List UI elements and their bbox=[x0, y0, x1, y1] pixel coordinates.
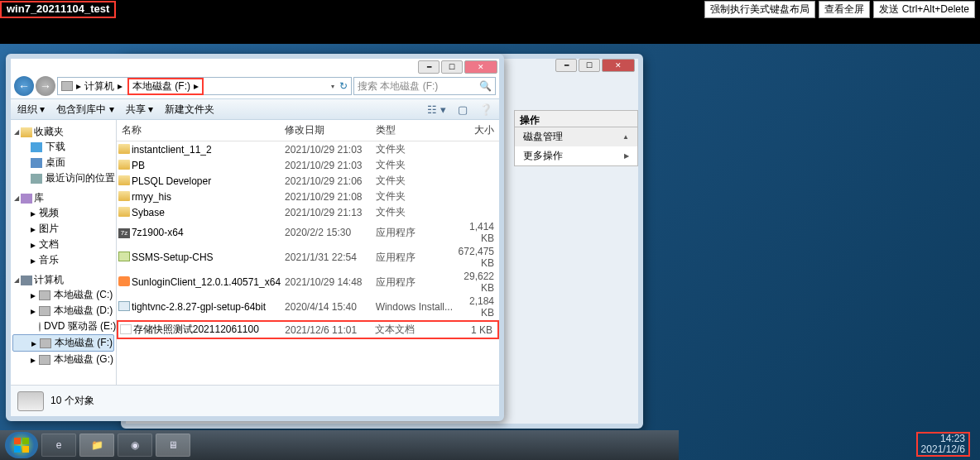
drive-large-icon bbox=[17, 391, 44, 411]
file-row[interactable]: 存储快照测试2021120611002021/12/6 11:01文本文档1 K… bbox=[117, 320, 499, 339]
drive-icon bbox=[61, 81, 73, 91]
file-name: 存储快照测试202112061100 bbox=[133, 323, 286, 337]
breadcrumb-drive[interactable]: 本地磁盘 (F:) bbox=[132, 79, 190, 93]
taskbar[interactable]: e 📁 ◉ 🖥 bbox=[0, 430, 679, 460]
breadcrumb-computer[interactable]: 计算机 bbox=[84, 79, 114, 93]
actions-disk-mgmt[interactable]: 磁盘管理▲ bbox=[515, 127, 637, 146]
close-button[interactable]: ✕ bbox=[464, 60, 497, 74]
sidebar-item-drive-c[interactable]: ▸ 本地磁盘 (C:) bbox=[11, 287, 116, 303]
file-type: 文件夹 bbox=[376, 189, 459, 204]
file-name: rmyy_his bbox=[132, 191, 285, 203]
preview-pane-icon[interactable]: ▢ bbox=[458, 103, 468, 116]
file-list-header[interactable]: 名称 修改日期 类型 大小 bbox=[117, 120, 499, 141]
file-row[interactable]: rmyy_his2021/10/29 21:08文件夹 bbox=[117, 189, 499, 204]
column-name[interactable]: 名称 bbox=[117, 123, 285, 137]
maximize-button[interactable]: ☐ bbox=[579, 59, 600, 72]
view-options-icon[interactable]: ☷ ▾ bbox=[427, 103, 446, 116]
sidebar-item-drive-d[interactable]: ▸ 本地磁盘 (D:) bbox=[11, 303, 116, 319]
sidebar-item-drive-f[interactable]: ▸ 本地磁盘 (F:) bbox=[12, 334, 114, 352]
sidebar-item-recent[interactable]: 最近访问的位置 bbox=[11, 170, 116, 186]
actions-more[interactable]: 更多操作▶ bbox=[515, 146, 637, 165]
drive-icon bbox=[40, 338, 51, 348]
dvd-icon bbox=[39, 322, 41, 332]
chevron-down-icon[interactable]: ▾ bbox=[331, 83, 334, 90]
viewer-top-bar: win7_20211104_test 强制执行美式键盘布局 查看全屏 发送 Ct… bbox=[0, 0, 980, 18]
sidebar-item-drive-g[interactable]: ▸ 本地磁盘 (G:) bbox=[11, 352, 116, 367]
search-box[interactable]: 搜索 本地磁盘 (F:) 🔍 bbox=[353, 77, 496, 95]
sidebar-item-music[interactable]: ▸ 音乐 bbox=[11, 252, 116, 268]
file-row[interactable]: SunloginClient_12.0.1.40571_x642021/10/2… bbox=[117, 270, 499, 295]
collapse-icon: ▲ bbox=[622, 133, 629, 141]
address-bar[interactable]: ▸ 计算机 ▸ 本地磁盘 (F:) ▸ ▾ ↻ bbox=[57, 77, 352, 95]
help-icon[interactable]: ❔ bbox=[479, 103, 492, 116]
sidebar-item-videos[interactable]: ▸ 视频 bbox=[11, 205, 116, 221]
file-type-icon bbox=[117, 276, 132, 288]
send-cad-button[interactable]: 发送 Ctrl+Alt+Delete bbox=[873, 1, 975, 18]
file-row[interactable]: Sybase2021/10/29 21:13文件夹 bbox=[117, 204, 499, 220]
sidebar-libraries-header[interactable]: ◢ 库 bbox=[11, 191, 116, 205]
actions-pane: 磁盘管理▲ 更多操作▶ bbox=[514, 127, 638, 166]
explorer-toolbar: 组织 ▾ 包含到库中 ▾ 共享 ▾ 新建文件夹 ☷ ▾ ▢ ❔ bbox=[11, 98, 499, 120]
taskbar-diskmgmt-button[interactable]: 🖥 bbox=[156, 434, 190, 457]
sidebar-item-dvd-e[interactable]: ▸ DVD 驱动器 (E:) bbox=[11, 319, 116, 334]
file-type: 应用程序 bbox=[376, 276, 459, 290]
sidebar-favorites-header[interactable]: ◢ 收藏夹 bbox=[11, 125, 116, 139]
share-menu[interactable]: 共享 ▾ bbox=[126, 103, 153, 117]
file-row[interactable]: 7z7z1900-x642020/2/2 15:30应用程序1,414 KB bbox=[117, 220, 499, 245]
computer-icon bbox=[21, 276, 32, 285]
force-keyboard-button[interactable]: 强制执行美式键盘布局 bbox=[704, 1, 815, 18]
minimize-button[interactable]: ━ bbox=[555, 59, 577, 72]
vm-name: win7_20211104_test bbox=[7, 2, 109, 15]
include-library-menu[interactable]: 包含到库中 ▾ bbox=[56, 103, 113, 117]
address-bar-row: ← → ▸ 计算机 ▸ 本地磁盘 (F:) ▸ ▾ ↻ 搜索 本地磁盘 (F:)… bbox=[11, 74, 499, 98]
organize-menu[interactable]: 组织 ▾ bbox=[17, 103, 45, 117]
sidebar-item-desktop[interactable]: 桌面 bbox=[11, 155, 116, 170]
remote-desktop[interactable]: ━ ☐ ✕ 操作 磁盘管理▲ 更多操作▶ ━ ☐ ✕ ← → ▸ 计算机 bbox=[0, 44, 980, 460]
file-date: 2021/10/29 21:06 bbox=[285, 175, 376, 187]
taskbar-chrome-button[interactable]: ◉ bbox=[118, 434, 152, 457]
new-folder-button[interactable]: 新建文件夹 bbox=[165, 103, 214, 117]
refresh-icon[interactable]: ↻ bbox=[339, 80, 348, 92]
file-list[interactable]: 名称 修改日期 类型 大小 instantclient_11_22021/10/… bbox=[117, 120, 499, 385]
tray-clock-highlight: 14:23 2021/12/6 bbox=[916, 432, 970, 457]
viewer-black-strip bbox=[0, 18, 980, 44]
windows-logo-icon bbox=[13, 437, 30, 453]
nav-back-button[interactable]: ← bbox=[14, 76, 34, 96]
taskbar-ie-button[interactable]: e bbox=[41, 434, 76, 457]
nav-pane[interactable]: ◢ 收藏夹 下载 桌面 最近访问的位置 ◢ 库 ▸ 视频 ▸ 图片 ▸ 文档 ▸… bbox=[11, 120, 117, 385]
file-name: PB bbox=[132, 160, 285, 171]
sidebar-item-downloads[interactable]: 下载 bbox=[11, 139, 116, 155]
start-button[interactable] bbox=[5, 432, 38, 458]
file-type-icon bbox=[117, 191, 132, 203]
close-button[interactable]: ✕ bbox=[602, 59, 635, 72]
file-row[interactable]: tightvnc-2.8.27-gpl-setup-64bit2020/4/14… bbox=[117, 295, 499, 319]
sidebar-computer-header[interactable]: ◢ 计算机 bbox=[11, 273, 116, 287]
column-type[interactable]: 类型 bbox=[376, 123, 459, 137]
sidebar-item-pictures[interactable]: ▸ 图片 bbox=[11, 221, 116, 237]
file-type-icon bbox=[118, 324, 133, 336]
system-tray[interactable]: 14:23 2021/12/6 bbox=[916, 432, 970, 457]
fullscreen-button[interactable]: 查看全屏 bbox=[819, 1, 870, 18]
file-type-icon bbox=[117, 301, 132, 313]
file-type-icon bbox=[117, 207, 132, 218]
nav-forward-button[interactable]: → bbox=[36, 76, 55, 96]
explorer-window[interactable]: ━ ☐ ✕ ← → ▸ 计算机 ▸ 本地磁盘 (F:) ▸ ▾ ↻ 搜索 本地磁… bbox=[6, 54, 504, 421]
file-row[interactable]: instantclient_11_22021/10/29 21:03文件夹 bbox=[117, 141, 499, 157]
file-type: 应用程序 bbox=[376, 251, 459, 265]
search-icon: 🔍 bbox=[479, 80, 492, 92]
maximize-button[interactable]: ☐ bbox=[441, 60, 463, 74]
sidebar-item-documents[interactable]: ▸ 文档 bbox=[11, 237, 116, 252]
file-row[interactable]: SSMS-Setup-CHS2021/1/31 22:54应用程序672,475… bbox=[117, 245, 499, 270]
taskbar-explorer-button[interactable]: 📁 bbox=[79, 434, 114, 457]
file-date: 2021/10/29 21:08 bbox=[285, 191, 376, 203]
search-placeholder: 搜索 本地磁盘 (F:) bbox=[358, 79, 438, 93]
vm-name-highlight: win7_20211104_test bbox=[0, 1, 116, 18]
column-date[interactable]: 修改日期 bbox=[285, 123, 376, 137]
file-row[interactable]: PB2021/10/29 21:03文件夹 bbox=[117, 157, 499, 173]
file-row[interactable]: PLSQL Developer2021/10/29 21:06文件夹 bbox=[117, 173, 499, 189]
file-date: 2020/2/2 15:30 bbox=[285, 227, 376, 238]
column-size[interactable]: 大小 bbox=[458, 123, 499, 137]
file-date: 2021/12/6 11:01 bbox=[285, 324, 375, 336]
file-date: 2020/4/14 15:40 bbox=[285, 301, 376, 313]
minimize-button[interactable]: ━ bbox=[418, 60, 440, 74]
